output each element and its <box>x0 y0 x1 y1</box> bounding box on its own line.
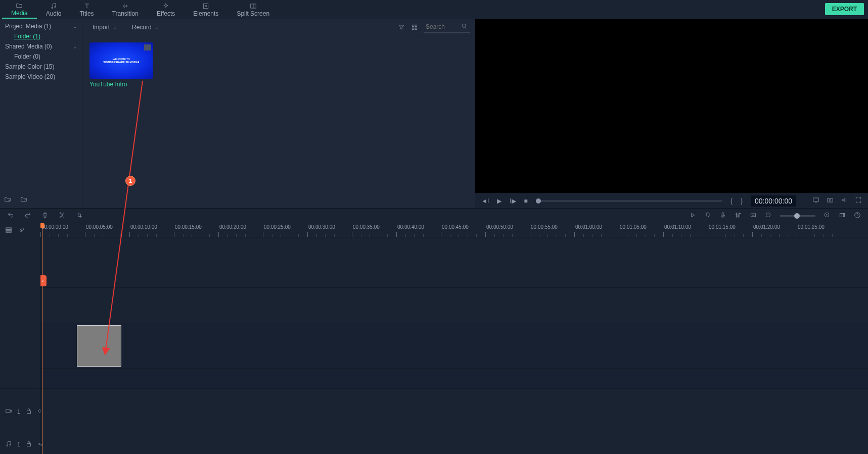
tab-splitscreen-label: Split Screen <box>237 10 269 17</box>
media-sidebar: Project Media (1) ⌄ Folder (1) Shared Me… <box>0 19 82 208</box>
tab-media[interactable]: Media <box>2 1 37 19</box>
svg-rect-24 <box>6 227 12 228</box>
prev-frame-icon[interactable]: ◄I <box>481 197 489 205</box>
sidebar-item-sample-video[interactable]: Sample Video (20) <box>0 72 82 82</box>
track-manager-icon[interactable] <box>5 226 12 235</box>
new-folder-icon[interactable] <box>4 196 13 204</box>
sidebar-item-project-media[interactable]: Project Media (1) ⌄ <box>0 21 82 31</box>
media-browser: Import ⌄ Record ⌄ WELCOME TO WONDERSHARE… <box>82 19 475 208</box>
zoom-fit-icon[interactable] <box>839 212 846 220</box>
play-icon[interactable]: ▶ <box>497 197 501 205</box>
tab-audio[interactable]: Audio <box>37 1 71 18</box>
sidebar-item-shared-media[interactable]: Shared Media (0) ⌄ <box>0 41 82 52</box>
ruler-mark: 00:00:55:00 <box>531 224 558 230</box>
search-box[interactable] <box>424 22 470 33</box>
clip-drop-placeholder[interactable] <box>77 325 121 367</box>
search-input[interactable] <box>426 23 461 30</box>
ruler-mark: 00:00:20:00 <box>219 224 246 230</box>
folder-settings-icon[interactable] <box>20 196 29 204</box>
lock-icon[interactable] <box>25 408 32 416</box>
preview-scrubber[interactable] <box>536 200 722 202</box>
redo-icon[interactable] <box>24 212 31 220</box>
preview-viewport[interactable] <box>475 19 868 193</box>
sidebar-item-label: Shared Media (0) <box>5 43 52 50</box>
track-row-empty[interactable]: ‹ <box>40 237 868 275</box>
mark-out-icon[interactable]: } <box>741 197 743 205</box>
video-track-number: 1 <box>17 409 20 415</box>
help-icon[interactable] <box>854 212 861 220</box>
zoom-in-icon[interactable] <box>824 212 831 220</box>
tab-audio-label: Audio <box>46 10 62 17</box>
track-row-empty[interactable] <box>40 275 868 288</box>
record-button[interactable]: Record ⌄ <box>127 22 164 33</box>
link-icon[interactable] <box>18 226 25 235</box>
sidebar-item-sample-color[interactable]: Sample Color (15) <box>0 62 82 72</box>
snapshot-icon[interactable] <box>827 196 834 205</box>
svg-point-31 <box>10 444 11 445</box>
tab-titles[interactable]: Titles <box>70 1 103 18</box>
svg-point-30 <box>7 445 8 446</box>
export-button[interactable]: EXPORT <box>825 3 864 15</box>
svg-rect-28 <box>27 411 31 413</box>
crop-icon[interactable] <box>76 212 83 220</box>
voiceover-icon[interactable] <box>719 212 726 220</box>
marker-icon[interactable] <box>704 212 711 220</box>
video-track-header[interactable]: 1 <box>0 388 40 434</box>
video-track-icon <box>5 408 12 416</box>
tab-effects[interactable]: Effects <box>148 1 184 18</box>
tab-splitscreen[interactable]: Split Screen <box>227 1 279 18</box>
sidebar-item-folder-1[interactable]: Folder (1) <box>0 31 82 41</box>
timeline-toolbar <box>0 208 868 223</box>
tab-media-label: Media <box>11 10 28 17</box>
tab-transition[interactable]: Transition <box>103 1 148 18</box>
chevron-down-icon: ⌄ <box>73 44 77 49</box>
video-track-row[interactable] <box>40 323 868 369</box>
clip-head-badge[interactable]: ‹ <box>40 275 47 286</box>
audio-mixer-icon[interactable] <box>735 212 742 220</box>
ruler-mark: 00:00:05:00 <box>86 224 113 230</box>
ruler-mark: 00:00:25:00 <box>264 224 291 230</box>
elements-icon <box>202 2 209 10</box>
undo-icon[interactable] <box>7 212 14 220</box>
audio-track-header[interactable]: 1 <box>0 434 40 454</box>
zoom-slider[interactable] <box>780 215 815 217</box>
stop-icon[interactable]: ■ <box>524 197 528 205</box>
filter-icon[interactable] <box>397 23 405 31</box>
media-thumbnail[interactable]: WELCOME TO WONDERSHARE FILMORA9 <box>89 42 153 79</box>
sidebar-item-label: Sample Color (15) <box>5 63 54 70</box>
delete-icon[interactable] <box>41 212 49 220</box>
fullscreen-icon[interactable] <box>855 196 862 205</box>
playhead[interactable] <box>42 223 42 454</box>
svg-rect-27 <box>6 410 10 413</box>
volume-icon[interactable] <box>841 196 848 205</box>
svg-rect-26 <box>6 231 12 232</box>
lock-icon[interactable] <box>25 440 32 448</box>
split-icon[interactable] <box>59 212 66 220</box>
keyframe-icon[interactable] <box>750 212 757 220</box>
zoom-out-icon[interactable] <box>765 212 772 220</box>
next-frame-icon[interactable]: I▶ <box>510 197 516 205</box>
audio-track-row[interactable] <box>40 369 868 389</box>
render-icon[interactable] <box>689 212 696 220</box>
svg-rect-15 <box>722 212 724 216</box>
sidebar-item-folder-0[interactable]: Folder (0) <box>0 52 82 62</box>
display-icon[interactable] <box>812 196 819 205</box>
track-row-empty[interactable] <box>40 389 868 444</box>
mark-in-icon[interactable]: { <box>730 197 733 205</box>
tab-elements[interactable]: Elements <box>184 1 227 18</box>
import-button[interactable]: Import ⌄ <box>87 22 122 33</box>
tab-elements-label: Elements <box>193 10 218 17</box>
audio-track-number: 1 <box>17 441 20 447</box>
track-row-empty[interactable] <box>40 288 868 323</box>
media-item[interactable]: WELCOME TO WONDERSHARE FILMORA9 YouTube … <box>89 42 153 88</box>
ruler-mark: 00:01:05:00 <box>620 224 647 230</box>
timeline-body[interactable]: 00:00:00:0000:00:05:0000:00:10:0000:00:1… <box>40 223 868 454</box>
timeline-ruler[interactable]: 00:00:00:0000:00:05:0000:00:10:0000:00:1… <box>40 223 868 237</box>
ruler-mark: 00:01:10:00 <box>664 224 691 230</box>
svg-point-1 <box>55 7 56 8</box>
svg-point-9 <box>462 24 466 27</box>
ruler-mark: 00:00:10:00 <box>130 224 157 230</box>
ruler-mark: 00:00:35:00 <box>353 224 380 230</box>
svg-rect-25 <box>6 229 12 230</box>
grid-view-icon[interactable] <box>410 23 419 31</box>
